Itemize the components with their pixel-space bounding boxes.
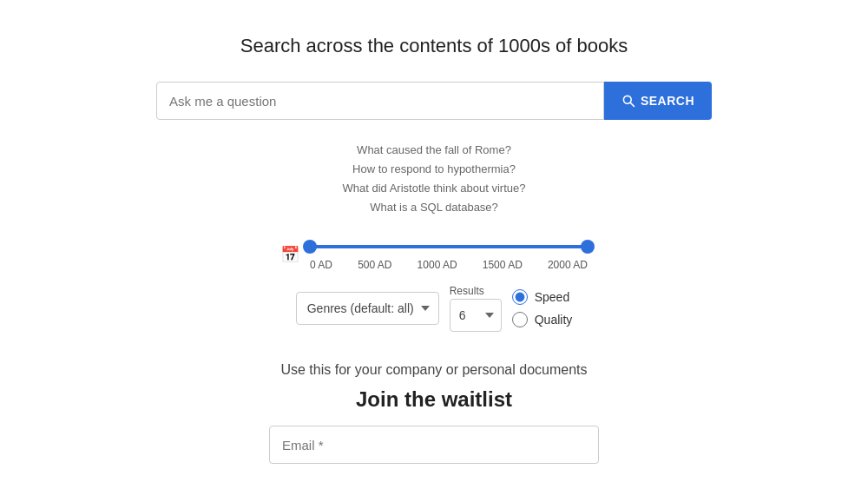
slider-label-1500: 1500 AD bbox=[483, 259, 523, 271]
filters-section: 📅 0 AD 500 AD 1000 AD 1500 AD 2000 AD bbox=[156, 238, 712, 332]
example-query-3: What did Aristotle think about virtue? bbox=[342, 179, 525, 198]
mode-speed-radio[interactable] bbox=[512, 289, 528, 305]
mode-quality-radio[interactable] bbox=[512, 312, 528, 327]
waitlist-title: Join the waitlist bbox=[269, 387, 599, 412]
mode-speed-label: Speed bbox=[535, 290, 569, 304]
example-query-1: What caused the fall of Rome? bbox=[342, 141, 525, 160]
slider-label-500: 500 AD bbox=[358, 259, 391, 271]
example-query-4: What is a SQL database? bbox=[342, 198, 525, 217]
bottom-filters-row: Genres (default: all) Fiction Non-fictio… bbox=[296, 285, 573, 332]
slider-label-2000: 2000 AD bbox=[548, 259, 588, 271]
results-group: Results 3 6 9 12 bbox=[450, 285, 502, 332]
search-row: SEARCH bbox=[156, 82, 712, 120]
date-range-slider[interactable]: 0 AD 500 AD 1000 AD 1500 AD 2000 AD bbox=[310, 238, 588, 271]
slider-labels: 0 AD 500 AD 1000 AD 1500 AD 2000 AD bbox=[310, 259, 588, 271]
slider-thumb-left[interactable] bbox=[303, 240, 317, 254]
slider-label-0: 0 AD bbox=[310, 259, 332, 271]
search-input[interactable] bbox=[156, 82, 604, 120]
page-title: Search across the contents of 1000s of b… bbox=[240, 35, 628, 57]
date-range-row: 📅 0 AD 500 AD 1000 AD 1500 AD 2000 AD bbox=[156, 238, 712, 271]
slider-thumb-right[interactable] bbox=[581, 240, 595, 254]
mode-quality-label: Quality bbox=[535, 313, 573, 327]
example-query-2: How to respond to hypothermia? bbox=[342, 160, 525, 179]
genres-dropdown[interactable]: Genres (default: all) Fiction Non-fictio… bbox=[296, 292, 439, 325]
calendar-icon: 📅 bbox=[280, 245, 299, 264]
mode-speed-option[interactable]: Speed bbox=[512, 289, 573, 305]
mode-quality-option[interactable]: Quality bbox=[512, 312, 573, 327]
bottom-section: Use this for your company or personal do… bbox=[269, 360, 599, 464]
slider-label-1000: 1000 AD bbox=[418, 259, 457, 271]
search-icon bbox=[621, 94, 635, 108]
search-button[interactable]: SEARCH bbox=[604, 82, 712, 120]
page-container: Search across the contents of 1000s of b… bbox=[0, 0, 868, 464]
email-input[interactable] bbox=[269, 426, 599, 464]
svg-line-1 bbox=[630, 102, 634, 106]
results-label: Results bbox=[450, 285, 484, 297]
results-dropdown[interactable]: 3 6 9 12 bbox=[450, 299, 502, 332]
waitlist-description: Use this for your company or personal do… bbox=[269, 360, 599, 380]
mode-radio-group: Speed Quality bbox=[512, 289, 573, 327]
example-queries: What caused the fall of Rome? How to res… bbox=[342, 141, 525, 217]
